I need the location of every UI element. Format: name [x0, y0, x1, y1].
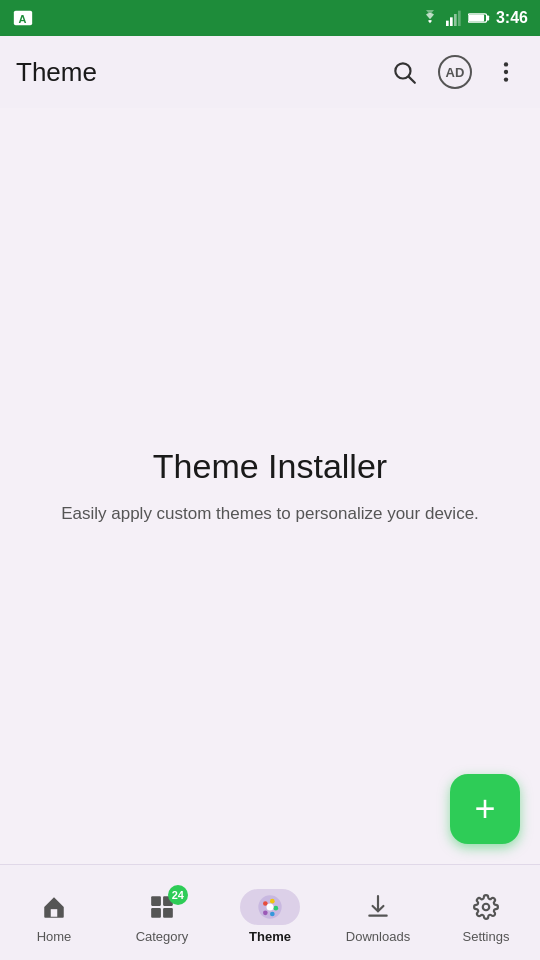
bottom-nav: Home 24 Category Th	[0, 864, 540, 960]
nav-item-downloads[interactable]: Downloads	[324, 881, 432, 944]
nav-category-label: Category	[136, 929, 189, 944]
svg-rect-3	[450, 17, 453, 26]
wifi-icon	[420, 10, 440, 26]
svg-point-13	[504, 77, 508, 81]
svg-rect-5	[458, 11, 461, 26]
status-time: 3:46	[496, 9, 528, 27]
app-bar-icons: AD	[386, 54, 524, 90]
nav-item-theme[interactable]: Theme	[216, 881, 324, 944]
status-bar-right: 3:46	[420, 9, 528, 27]
status-bar: A 3:46	[0, 0, 540, 36]
more-options-button[interactable]	[488, 54, 524, 90]
fab-add-icon: +	[474, 791, 495, 827]
svg-rect-4	[454, 14, 457, 26]
svg-point-21	[270, 899, 275, 904]
svg-rect-18	[163, 908, 173, 918]
svg-rect-17	[151, 908, 161, 918]
svg-point-23	[270, 912, 275, 917]
status-bar-left: A	[12, 7, 34, 29]
svg-line-10	[409, 77, 415, 83]
app-bar: Theme AD	[0, 36, 540, 108]
svg-point-27	[483, 904, 490, 911]
nav-item-category[interactable]: 24 Category	[108, 881, 216, 944]
svg-point-25	[267, 904, 274, 911]
svg-rect-15	[151, 896, 161, 906]
svg-rect-7	[469, 15, 484, 22]
nav-category-icon-wrap: 24	[132, 889, 192, 925]
search-button[interactable]	[386, 54, 422, 90]
content-subtitle: Easily apply custom themes to personaliz…	[61, 502, 479, 526]
nav-downloads-icon-wrap	[348, 889, 408, 925]
svg-rect-2	[446, 21, 449, 26]
svg-point-22	[274, 906, 279, 911]
svg-rect-14	[51, 909, 58, 917]
search-icon	[391, 59, 417, 85]
svg-text:A: A	[18, 13, 26, 25]
category-badge: 24	[168, 885, 188, 905]
svg-rect-8	[487, 15, 490, 20]
signal-icon	[446, 10, 462, 26]
theme-palette-icon	[256, 893, 284, 921]
nav-home-label: Home	[37, 929, 72, 944]
home-icon	[41, 894, 67, 920]
svg-point-11	[504, 62, 508, 66]
nav-settings-label: Settings	[463, 929, 510, 944]
nav-settings-icon-wrap	[456, 889, 516, 925]
svg-rect-26	[368, 915, 388, 917]
nav-theme-icon-wrap	[240, 889, 300, 925]
svg-point-12	[504, 70, 508, 74]
svg-point-20	[263, 901, 268, 906]
nav-item-settings[interactable]: Settings	[432, 881, 540, 944]
more-icon	[493, 59, 519, 85]
notification-icon: A	[12, 7, 34, 29]
main-content: Theme Installer Easily apply custom them…	[0, 108, 540, 864]
content-title: Theme Installer	[153, 447, 387, 486]
ad-button[interactable]: AD	[438, 55, 472, 89]
nav-home-icon-wrap	[24, 889, 84, 925]
settings-icon	[473, 894, 499, 920]
svg-point-24	[263, 911, 268, 916]
nav-item-home[interactable]: Home	[0, 881, 108, 944]
battery-icon	[468, 11, 490, 25]
downloads-icon	[365, 894, 391, 920]
fab-button[interactable]: +	[450, 774, 520, 844]
app-bar-title: Theme	[16, 57, 374, 88]
nav-theme-label: Theme	[249, 929, 291, 944]
nav-downloads-label: Downloads	[346, 929, 410, 944]
